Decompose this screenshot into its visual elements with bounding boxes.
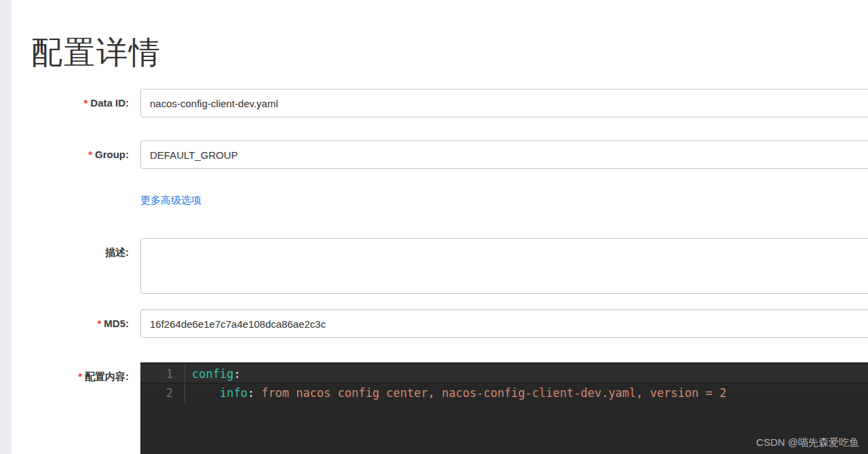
data-id-input[interactable] xyxy=(140,89,868,117)
watermark: CSDN @喵先森爱吃鱼 xyxy=(756,436,859,449)
group-input[interactable] xyxy=(140,140,868,169)
md5-label: *MD5: xyxy=(0,309,129,338)
data-id-label: *Data ID: xyxy=(0,89,129,117)
code-line: 1config: xyxy=(140,364,868,383)
page-title: 配置详情 xyxy=(31,33,161,72)
description-textarea[interactable] xyxy=(140,238,868,294)
config-content-label: *配置内容: xyxy=(0,367,129,386)
code-line: 2 info: from nacos config center, nacos-… xyxy=(140,383,868,402)
required-marker: * xyxy=(78,371,82,382)
line-number: 1 xyxy=(140,364,185,383)
required-marker: * xyxy=(88,149,92,160)
code-text: info: from nacos config center, nacos-co… xyxy=(185,383,726,402)
description-label: 描述: xyxy=(0,238,129,267)
config-detail-page: 配置详情 *Data ID: *Group: 更多高级选项 描述: *MD5: … xyxy=(0,0,868,454)
data-id-label-text: Data ID: xyxy=(90,97,129,109)
code-text: config: xyxy=(185,364,241,383)
config-content-label-text: 配置内容: xyxy=(85,371,129,382)
group-label-text: Group: xyxy=(95,149,129,160)
group-label: *Group: xyxy=(0,140,129,169)
advanced-options-link[interactable]: 更多高级选项 xyxy=(140,194,201,207)
description-label-text: 描述: xyxy=(105,246,129,258)
md5-input[interactable] xyxy=(140,309,868,338)
md5-label-text: MD5: xyxy=(104,318,129,329)
required-marker: * xyxy=(97,318,101,329)
line-number: 2 xyxy=(140,383,185,402)
required-marker: * xyxy=(83,97,87,109)
